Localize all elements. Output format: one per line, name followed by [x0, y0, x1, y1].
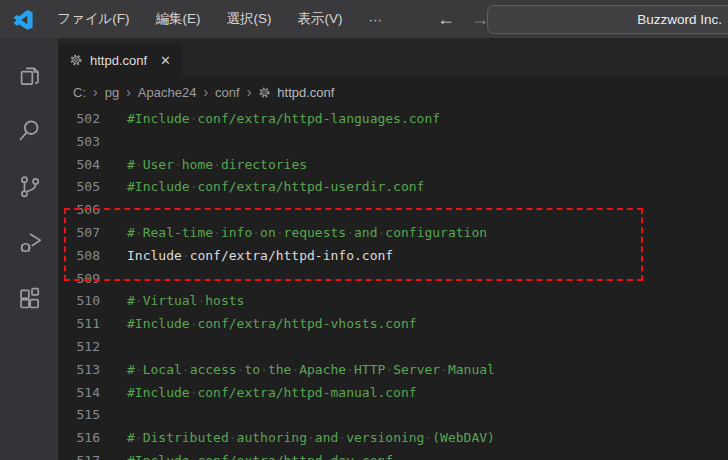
line-number: 516	[58, 427, 112, 450]
line-number: 515	[58, 404, 112, 427]
search-icon	[16, 117, 43, 144]
line-text: Include·conf/extra/httpd-info.conf	[127, 245, 393, 268]
breadcrumb: C:›pg›Apache24›conf›httpd.conf	[58, 76, 728, 108]
vscode-window: ファイル(F)編集(E)選択(S)表示(V)··· ← → Buzzword I…	[0, 0, 728, 460]
config-file-gear-icon	[258, 86, 271, 99]
extensions-icon	[16, 285, 43, 312]
activity-item-search[interactable]	[5, 102, 53, 158]
activity-item-extensions[interactable]	[5, 270, 53, 326]
files-icon	[16, 61, 43, 88]
breadcrumb-file-label: httpd.conf	[277, 85, 334, 100]
activity-item-source-control[interactable]	[5, 158, 53, 214]
code-line[interactable]: 514#Include·conf/extra/httpd-manual.conf	[58, 382, 728, 405]
history-back-icon[interactable]: ←	[437, 10, 455, 28]
activity-item-explorer[interactable]	[5, 46, 53, 102]
code-line[interactable]: 505#Include·conf/extra/httpd-userdir.con…	[58, 176, 728, 199]
line-number: 509	[58, 268, 112, 291]
command-center-search[interactable]: Buzzword Inc.	[487, 5, 728, 34]
line-number: 506	[58, 199, 112, 222]
code-line[interactable]: 503	[58, 131, 728, 154]
line-number: 504	[58, 154, 112, 177]
debug-play-bug-icon	[16, 229, 43, 256]
vscode-logo-icon	[13, 9, 34, 30]
code-line[interactable]: 506	[58, 199, 728, 222]
line-text: #Include·conf/extra/httpd-dav.conf	[127, 450, 393, 460]
line-number: 510	[58, 290, 112, 313]
code-editor[interactable]: 502#Include·conf/extra/httpd-languages.c…	[58, 108, 728, 460]
code-line[interactable]: 517#Include·conf/extra/httpd-dav.conf	[58, 450, 728, 460]
config-file-gear-icon	[69, 53, 83, 67]
line-number: 505	[58, 176, 112, 199]
line-number: 503	[58, 131, 112, 154]
breadcrumb-segment[interactable]: Apache24	[138, 85, 197, 100]
line-text: #·Distributed·authoring·and·versioning·(…	[127, 427, 495, 450]
line-number: 511	[58, 313, 112, 336]
line-text: #Include·conf/extra/httpd-userdir.conf	[127, 176, 424, 199]
history-nav: ← →	[437, 10, 489, 28]
line-text: #·Virtual·hosts	[127, 290, 244, 313]
breadcrumb-separator-icon: ›	[126, 84, 131, 100]
line-text: #Include·conf/extra/httpd-languages.conf	[127, 108, 440, 131]
tab-label: httpd.conf	[90, 53, 147, 68]
code-line[interactable]: 504#·User·home·directories	[58, 154, 728, 177]
line-number: 517	[58, 450, 112, 460]
code-line[interactable]: 516#·Distributed·authoring·and·versionin…	[58, 427, 728, 450]
line-number: 508	[58, 245, 112, 268]
breadcrumb-segment[interactable]: pg	[105, 85, 119, 100]
code-line[interactable]: 510#·Virtual·hosts	[58, 290, 728, 313]
tab-close-icon[interactable]: ✕	[160, 53, 171, 68]
line-text: #·User·home·directories	[127, 154, 307, 177]
titlebar: ファイル(F)編集(E)選択(S)表示(V)··· ← → Buzzword I…	[0, 0, 728, 38]
menu-file[interactable]: ファイル(F)	[44, 0, 143, 38]
activity-bar	[0, 38, 58, 460]
code-line[interactable]: 509	[58, 268, 728, 291]
tab-bar: httpd.conf ✕	[58, 38, 728, 76]
menu-selection[interactable]: 選択(S)	[214, 0, 285, 38]
breadcrumb-segment[interactable]: C:	[73, 85, 86, 100]
activity-item-run-debug[interactable]	[5, 214, 53, 270]
code-line[interactable]: 511#Include·conf/extra/httpd-vhosts.conf	[58, 313, 728, 336]
code-line[interactable]: 507#·Real-time·info·on·requests·and·conf…	[58, 222, 728, 245]
line-number: 512	[58, 336, 112, 359]
line-number: 513	[58, 359, 112, 382]
workspace-title: Buzzword Inc.	[637, 12, 722, 27]
line-text: #·Real-time·info·on·requests·and·configu…	[127, 222, 487, 245]
line-number: 502	[58, 108, 112, 131]
menu-view[interactable]: 表示(V)	[285, 0, 356, 38]
code-line[interactable]: 513#·Local·access·to·the·Apache·HTTP·Ser…	[58, 359, 728, 382]
source-control-branch-icon	[16, 173, 43, 200]
line-text: #Include·conf/extra/httpd-manual.conf	[127, 382, 417, 405]
line-number: 514	[58, 382, 112, 405]
line-text: #Include·conf/extra/httpd-vhosts.conf	[127, 313, 417, 336]
menu-edit[interactable]: 編集(E)	[143, 0, 214, 38]
breadcrumb-separator-icon: ›	[203, 84, 208, 100]
breadcrumb-separator-icon: ›	[93, 84, 98, 100]
code-line[interactable]: 512	[58, 336, 728, 359]
breadcrumb-separator-icon: ›	[247, 84, 252, 100]
code-line[interactable]: 502#Include·conf/extra/httpd-languages.c…	[58, 108, 728, 131]
menubar: ファイル(F)編集(E)選択(S)表示(V)···	[44, 0, 395, 38]
breadcrumb-segment[interactable]: conf	[215, 85, 240, 100]
line-text: #·Local·access·to·the·Apache·HTTP·Server…	[127, 359, 495, 382]
line-number: 507	[58, 222, 112, 245]
code-line[interactable]: 508Include·conf/extra/httpd-info.conf	[58, 245, 728, 268]
tab-httpd-conf[interactable]: httpd.conf ✕	[58, 44, 183, 76]
menu-more[interactable]: ···	[356, 0, 396, 38]
code-line[interactable]: 515	[58, 404, 728, 427]
breadcrumb-file[interactable]: httpd.conf	[258, 85, 334, 100]
